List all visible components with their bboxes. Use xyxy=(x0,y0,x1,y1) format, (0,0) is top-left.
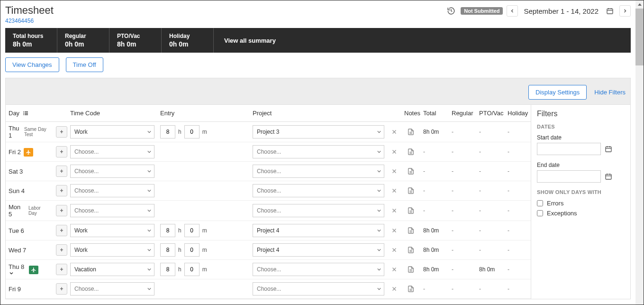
add-row-button[interactable]: + xyxy=(56,146,67,157)
add-row-button[interactable]: + xyxy=(56,244,67,256)
timecode-select[interactable]: Work xyxy=(70,125,154,139)
add-row-button[interactable]: + xyxy=(56,283,67,295)
exceptions-checkbox-row[interactable]: Exceptions xyxy=(537,210,625,217)
day-label: Thu 8 xyxy=(9,263,24,270)
holiday-cell: - xyxy=(505,283,531,295)
table-row: Tue 6+WorkhmProject 48h 0m--- xyxy=(6,221,531,240)
history-button[interactable] xyxy=(445,5,457,17)
add-row-button[interactable]: + xyxy=(56,225,67,236)
project-select[interactable]: Project 3 xyxy=(253,125,384,139)
exceptions-checkbox[interactable] xyxy=(537,210,543,216)
minutes-input[interactable] xyxy=(184,224,200,237)
col-regular: Regular xyxy=(449,105,476,121)
errors-checkbox[interactable] xyxy=(537,200,543,206)
notes-button[interactable] xyxy=(406,226,416,235)
project-select[interactable]: Choose... xyxy=(253,165,384,178)
notes-button[interactable] xyxy=(406,127,416,137)
notes-button[interactable] xyxy=(406,186,416,195)
notes-button[interactable] xyxy=(406,284,416,294)
timecode-select[interactable]: Work xyxy=(70,243,154,257)
chevron-down-icon[interactable] xyxy=(9,270,26,276)
col-day[interactable]: Day xyxy=(6,105,53,121)
col-holiday: Holiday xyxy=(505,105,531,121)
project-select[interactable]: Choose... xyxy=(253,263,384,276)
timecode-select[interactable]: Vacation xyxy=(70,263,154,276)
add-row-button[interactable]: + xyxy=(56,185,67,196)
remove-row-button[interactable] xyxy=(390,206,399,215)
project-select[interactable]: Choose... xyxy=(253,282,384,296)
timecode-select[interactable]: Choose... xyxy=(70,145,154,158)
start-date-input[interactable] xyxy=(537,143,601,155)
time-off-button[interactable]: Time Off xyxy=(66,57,103,72)
timecode-select[interactable]: Choose... xyxy=(70,165,154,178)
project-select[interactable]: Choose... xyxy=(253,145,384,158)
calendar-icon[interactable] xyxy=(605,173,612,180)
next-period-button[interactable] xyxy=(619,5,631,17)
project-select[interactable]: Choose... xyxy=(253,184,384,197)
day-sub-label: Labor Day xyxy=(28,205,50,216)
minutes-unit: m xyxy=(202,129,207,135)
total-cell: - xyxy=(420,204,449,217)
calendar-icon[interactable] xyxy=(605,145,612,153)
holiday-cell: - xyxy=(505,185,531,197)
day-label: Wed 7 xyxy=(9,247,26,254)
notes-button[interactable] xyxy=(406,206,416,215)
show-only-label: SHOW ONLY DAYS WITH xyxy=(537,189,625,195)
scrollbar-thumb[interactable] xyxy=(635,9,644,65)
add-row-button[interactable]: + xyxy=(56,264,67,275)
prev-period-button[interactable] xyxy=(507,5,518,17)
remove-row-button[interactable] xyxy=(390,285,399,293)
remove-row-button[interactable] xyxy=(390,148,399,156)
timecode-select[interactable]: Choose... xyxy=(70,184,154,197)
remove-row-button[interactable] xyxy=(390,265,399,274)
notes-button[interactable] xyxy=(406,147,416,157)
col-entry: Entry xyxy=(157,105,250,121)
view-changes-button[interactable]: View Changes xyxy=(5,57,59,72)
remove-row-button[interactable] xyxy=(390,167,399,176)
notes-button[interactable] xyxy=(406,166,416,176)
timecode-select[interactable]: Work xyxy=(70,224,154,237)
project-select[interactable]: Project 4 xyxy=(253,224,384,237)
minutes-input[interactable] xyxy=(184,125,200,139)
hours-input[interactable] xyxy=(160,125,175,139)
remove-row-button[interactable] xyxy=(390,128,399,136)
notes-button[interactable] xyxy=(406,265,416,274)
add-row-button[interactable]: + xyxy=(56,205,67,216)
remove-row-button[interactable] xyxy=(390,226,399,235)
hours-input[interactable] xyxy=(160,224,175,237)
timecode-select[interactable]: Choose... xyxy=(70,282,154,296)
holiday-cell: - xyxy=(505,224,531,237)
calendar-button[interactable] xyxy=(604,5,616,17)
add-row-button[interactable]: + xyxy=(56,166,67,177)
add-row-button[interactable]: + xyxy=(56,126,67,138)
scroll-up-arrow-icon[interactable] xyxy=(635,0,644,9)
svg-rect-0 xyxy=(607,9,613,14)
remove-row-button[interactable] xyxy=(390,186,399,195)
timecode-select[interactable]: Choose... xyxy=(70,204,154,217)
filters-dates-label: DATES xyxy=(537,124,625,129)
remove-row-button[interactable] xyxy=(390,246,399,254)
hide-filters-link[interactable]: Hide Filters xyxy=(594,89,626,96)
project-select[interactable]: Choose... xyxy=(253,204,384,217)
summary-ptovac: PTO/Vac 8h 0m xyxy=(109,28,162,53)
svg-rect-4 xyxy=(23,111,24,112)
minutes-input[interactable] xyxy=(184,263,200,276)
project-select[interactable]: Project 4 xyxy=(253,243,384,257)
notes-button[interactable] xyxy=(406,245,416,255)
hours-input[interactable] xyxy=(160,243,175,257)
minutes-unit: m xyxy=(202,247,207,253)
minutes-input[interactable] xyxy=(184,243,200,257)
day-label: Sat 3 xyxy=(9,168,23,175)
hours-input[interactable] xyxy=(160,263,175,276)
end-date-input[interactable] xyxy=(537,170,601,183)
timesheet-id-link[interactable]: 423464456 xyxy=(5,18,34,24)
list-icon xyxy=(22,111,29,116)
regular-cell: - xyxy=(449,165,476,177)
total-cell: 8h 0m xyxy=(420,126,449,138)
view-all-summary-button[interactable]: View all summary xyxy=(214,28,631,53)
page-scrollbar[interactable] xyxy=(635,0,644,305)
svg-rect-5 xyxy=(23,113,24,114)
filters-title: Filters xyxy=(537,110,625,118)
errors-checkbox-row[interactable]: Errors xyxy=(537,200,625,207)
display-settings-button[interactable]: Display Settings xyxy=(528,85,587,100)
